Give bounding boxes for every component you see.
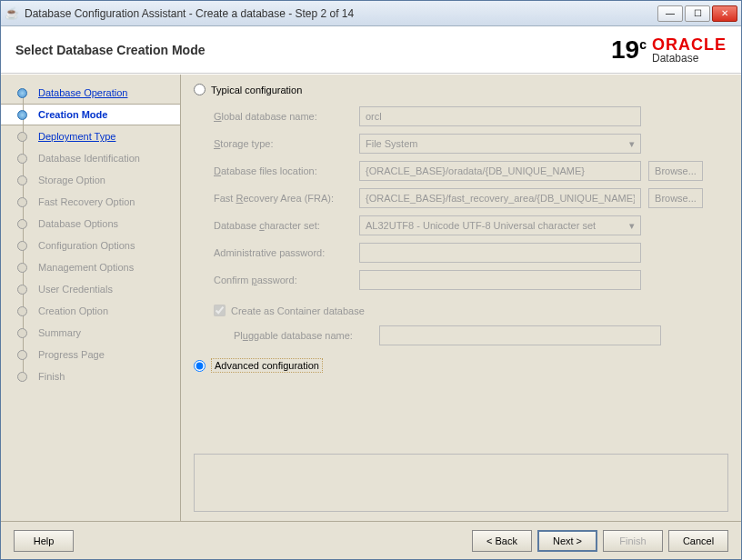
product-label: Database — [652, 53, 698, 64]
step-bullet-icon — [17, 175, 27, 185]
wizard-footer: Help < Back Next > Finish Cancel — [1, 521, 741, 559]
step-label: Management Options — [38, 262, 134, 273]
advanced-config-radio[interactable]: Advanced configuration — [194, 358, 728, 373]
step-bullet-icon — [17, 328, 27, 338]
step-bullet-icon — [17, 197, 27, 207]
next-button[interactable]: Next > — [537, 530, 597, 552]
sidebar-step: Database Identification — [1, 147, 180, 169]
browse-fra-button: Browse... — [648, 188, 703, 208]
wizard-window: ☕ Database Configuration Assistant - Cre… — [0, 0, 742, 560]
gdb-input — [359, 106, 641, 126]
pdb-input — [379, 325, 661, 345]
step-bullet-icon — [17, 263, 27, 273]
sidebar-step: Fast Recovery Option — [1, 191, 180, 213]
chevron-down-icon: ▾ — [629, 138, 635, 150]
sidebar-step: Configuration Options — [1, 235, 180, 256]
fra-input — [359, 188, 641, 208]
sidebar-step[interactable]: Database Operation — [1, 82, 180, 104]
finish-button: Finish — [603, 530, 663, 552]
sidebar-step: Storage Option — [1, 169, 180, 191]
step-bullet-icon — [17, 110, 27, 120]
pdb-label: Pluggable database name: — [234, 330, 379, 341]
cdb-checkbox-row: Create as Container database — [214, 305, 728, 316]
sidebar-step: Management Options — [1, 256, 180, 278]
message-area — [194, 454, 728, 512]
advanced-radio-label: Advanced configuration — [211, 358, 323, 373]
steps-sidebar: Database OperationCreation ModeDeploymen… — [1, 75, 181, 521]
step-label: Storage Option — [38, 175, 105, 185]
help-button[interactable]: Help — [14, 530, 74, 552]
sidebar-step: User Credentials — [1, 278, 180, 300]
step-bullet-icon — [17, 306, 27, 316]
window-controls: — ☐ ✕ — [657, 5, 737, 22]
step-label: Configuration Options — [38, 240, 135, 251]
browse-files-button: Browse... — [648, 161, 703, 181]
titlebar: ☕ Database Configuration Assistant - Cre… — [1, 1, 741, 26]
confirm-pw-label: Confirm password: — [214, 275, 359, 285]
sidebar-step[interactable]: Creation Mode — [1, 104, 180, 125]
typical-radio-label: Typical configuration — [211, 85, 302, 95]
main-panel: Typical configuration Global database na… — [181, 75, 741, 521]
step-label: Fast Recovery Option — [38, 196, 135, 207]
step-bullet-icon — [17, 241, 27, 251]
cancel-button[interactable]: Cancel — [668, 530, 728, 552]
step-bullet-icon — [17, 88, 27, 98]
step-label: Creation Option — [38, 305, 108, 316]
admin-pw-label: Administrative password: — [214, 247, 359, 258]
files-location-label: Database files location: — [214, 165, 359, 176]
step-bullet-icon — [17, 154, 27, 164]
oracle-brand: 19c ORACLE Database — [611, 35, 727, 65]
minimize-button[interactable]: — — [657, 5, 683, 22]
step-label: Finish — [38, 371, 65, 382]
admin-pw-input — [359, 243, 641, 263]
step-bullet-icon — [17, 350, 27, 360]
cdb-checkbox — [214, 305, 226, 316]
step-label: Database Identification — [38, 153, 140, 164]
storage-type-label: Storage type: — [214, 138, 359, 149]
step-label: Summary — [38, 327, 81, 338]
step-label: Database Options — [38, 218, 118, 229]
window-title: Database Configuration Assistant - Creat… — [25, 7, 657, 20]
charset-dropdown: AL32UTF8 - Unicode UTF-8 Universal chara… — [359, 215, 641, 235]
charset-label: Database character set: — [214, 220, 359, 231]
wizard-header: Select Database Creation Mode 19c ORACLE… — [1, 26, 741, 74]
typical-config-radio[interactable]: Typical configuration — [194, 84, 728, 95]
maximize-button[interactable]: ☐ — [685, 5, 710, 22]
files-location-input — [359, 161, 641, 181]
sidebar-step: Creation Option — [1, 300, 180, 322]
wizard-body: Database OperationCreation ModeDeploymen… — [1, 74, 741, 521]
sidebar-step: Summary — [1, 322, 180, 344]
page-title: Select Database Creation Mode — [15, 43, 611, 57]
sidebar-step: Database Options — [1, 213, 180, 235]
advanced-radio-input[interactable] — [194, 360, 206, 372]
sidebar-step[interactable]: Deployment Type — [1, 125, 180, 147]
step-label: User Credentials — [38, 284, 113, 295]
step-label[interactable]: Database Operation — [38, 87, 127, 98]
step-bullet-icon — [17, 132, 27, 142]
cdb-label: Create as Container database — [231, 305, 365, 316]
step-bullet-icon — [17, 285, 27, 295]
version-number: 19c — [611, 35, 647, 65]
gdb-label: Global database name: — [214, 111, 359, 122]
oracle-logo: ORACLE — [652, 36, 727, 53]
storage-type-dropdown: File System▾ — [359, 134, 641, 154]
typical-radio-input[interactable] — [194, 84, 206, 95]
step-label[interactable]: Deployment Type — [38, 131, 115, 142]
typical-form: Global database name: Storage type: File… — [214, 103, 728, 294]
java-icon: ☕ — [5, 6, 19, 21]
step-label: Creation Mode — [38, 109, 107, 120]
step-bullet-icon — [17, 372, 27, 382]
confirm-pw-input — [359, 270, 641, 290]
step-label: Progress Page — [38, 349, 105, 360]
sidebar-step: Progress Page — [1, 344, 180, 365]
close-button[interactable]: ✕ — [712, 5, 737, 22]
chevron-down-icon: ▾ — [629, 220, 635, 232]
fra-label: Fast Recovery Area (FRA): — [214, 193, 359, 204]
back-button[interactable]: < Back — [472, 530, 532, 552]
step-bullet-icon — [17, 219, 27, 229]
sidebar-step: Finish — [1, 365, 180, 387]
